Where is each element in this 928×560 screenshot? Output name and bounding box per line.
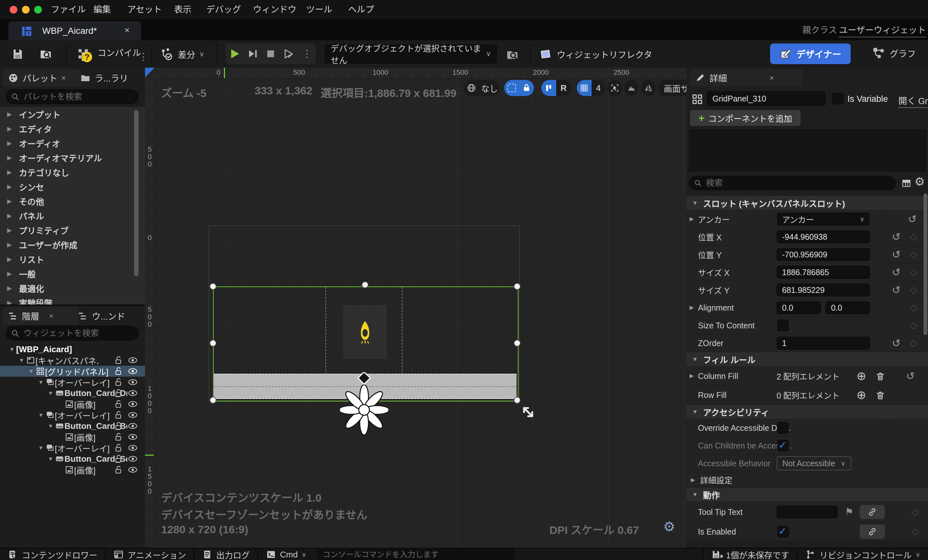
resize-handle-top-left[interactable]	[210, 283, 217, 290]
anchor-diamond[interactable]	[358, 372, 370, 384]
add-component-button[interactable]: コンポーネントを追加	[690, 110, 800, 126]
reset-icon[interactable]	[892, 232, 901, 242]
is-variable-checkbox[interactable]	[832, 93, 844, 104]
lock-icon[interactable]	[113, 366, 123, 376]
tab-palette[interactable]: パレット	[3, 69, 81, 87]
grid-icon[interactable]	[577, 80, 592, 96]
reset-icon[interactable]	[908, 214, 917, 224]
tab-window[interactable]: ウ...ンド	[72, 307, 136, 325]
details-settings-gear-icon[interactable]	[914, 176, 925, 188]
preview-background-button[interactable]	[624, 80, 639, 96]
dpi-settings-gear-icon[interactable]	[663, 520, 675, 534]
lock-icon[interactable]	[113, 377, 123, 387]
visibility-eye-icon[interactable]	[128, 388, 138, 398]
bind-diamond-icon[interactable]	[910, 339, 917, 348]
parent-class-link[interactable]: ユーザーウィジェット	[839, 23, 926, 37]
lock-icon[interactable]	[113, 443, 123, 453]
section-advanced[interactable]: 詳細設定	[686, 472, 928, 487]
section-slot[interactable]: スロット (キャンバスパネルスロット)	[686, 196, 928, 211]
designer-mode-button[interactable]: デザイナー	[770, 44, 851, 64]
document-tab[interactable]: WBP_Aicard*	[8, 21, 141, 40]
console-command-input[interactable]	[322, 550, 509, 559]
children-accessible-checkbox[interactable]	[777, 440, 789, 452]
visibility-eye-icon[interactable]	[128, 410, 138, 420]
lock-icon[interactable]	[113, 432, 123, 442]
bind-diamond-icon[interactable]	[912, 527, 919, 536]
palette-category-experimental[interactable]: 実験段階	[0, 296, 145, 305]
compile-button[interactable]: コンパイル	[77, 46, 141, 62]
tab-close-icon[interactable]	[49, 312, 53, 320]
widget-reflector-button[interactable]: ウィジェットリフレクタ	[539, 47, 652, 61]
content-drawer-button[interactable]: コンテンツドロワー	[0, 548, 105, 560]
tree-row-image-1[interactable]: [画像]	[0, 398, 145, 409]
bind-diamond-icon[interactable]	[910, 232, 917, 241]
designer-viewport[interactable]: 0 500 1000 1500 2000 2500 500 0 500 1000…	[145, 68, 686, 548]
bind-button[interactable]	[860, 525, 885, 539]
resize-handle-top-right[interactable]	[514, 283, 521, 290]
tree-row-overlay-2[interactable]: [オーバーレイ]	[0, 409, 145, 421]
resize-arrow-icon[interactable]	[520, 404, 536, 420]
flag-icon[interactable]	[845, 507, 853, 517]
tree-row-overlay-3[interactable]: [オーバーレイ]	[0, 443, 145, 453]
tab-details[interactable]: 詳細	[690, 69, 803, 87]
lock-icon[interactable]	[113, 421, 123, 431]
window-close-button[interactable]	[10, 6, 17, 14]
alignment-icon[interactable]	[541, 80, 556, 96]
palette-category-uncategorized[interactable]: カテゴリなし	[0, 165, 145, 180]
palette-category-audio[interactable]: オーディオ	[0, 136, 145, 151]
palette-scrollbar[interactable]	[134, 110, 139, 276]
hierarchy-search[interactable]	[6, 326, 139, 340]
tree-row-button-card-settings[interactable]: Button_Card_Se	[0, 453, 145, 464]
palette-category-misc[interactable]: その他	[0, 194, 145, 209]
visibility-eye-icon[interactable]	[128, 454, 138, 464]
menu-window[interactable]: ウィンドウ	[253, 0, 296, 19]
menu-asset[interactable]: アセット	[127, 0, 162, 19]
window-minimize-button[interactable]	[22, 6, 30, 14]
visibility-eye-icon[interactable]	[128, 366, 138, 376]
bind-diamond-icon[interactable]	[910, 303, 917, 312]
menu-view[interactable]: 表示	[174, 0, 191, 19]
palette-category-primitive[interactable]: プリミティブ	[0, 223, 145, 238]
graph-mode-button[interactable]: グラフ	[872, 46, 916, 60]
marquee-select-icon[interactable]	[504, 80, 519, 96]
reset-icon[interactable]	[892, 249, 901, 260]
tree-row-image-2[interactable]: [画像]	[0, 432, 145, 443]
reset-icon[interactable]	[906, 371, 915, 381]
save-icon[interactable]	[12, 48, 24, 60]
reset-icon[interactable]	[892, 338, 901, 348]
bind-diamond-icon[interactable]	[910, 285, 917, 294]
cmd-dropdown[interactable]: Cmd	[258, 548, 314, 560]
palette-category-audio-material[interactable]: オーディオマテリアル	[0, 151, 145, 165]
tab-close-icon[interactable]	[769, 74, 774, 82]
palette-category-input[interactable]: インプット	[0, 107, 145, 122]
expand-icon[interactable]	[690, 373, 694, 378]
open-grid-link[interactable]: 開く Gri	[898, 94, 928, 108]
tree-row-button-card-draw[interactable]: Button_Card_Dra	[0, 388, 145, 398]
lock-icon[interactable]	[113, 465, 123, 475]
expand-icon[interactable]	[690, 216, 694, 222]
menu-tools[interactable]: ツール	[306, 0, 332, 19]
tree-row-overlay-1[interactable]: [オーバーレイ]	[0, 377, 145, 388]
anchor-dropdown[interactable]: アンカー	[777, 212, 870, 226]
selection-lock-toggle[interactable]	[504, 80, 534, 96]
lock-icon[interactable]	[113, 356, 123, 365]
debug-object-dropdown[interactable]: デバッグオブジェクトが選択されていません	[324, 44, 498, 64]
browse-to-asset-icon[interactable]	[39, 48, 52, 60]
visibility-eye-icon[interactable]	[128, 465, 138, 475]
size-x-field[interactable]	[777, 266, 870, 279]
palette-category-editor[interactable]: エディタ	[0, 122, 145, 136]
tooltip-field[interactable]	[777, 505, 838, 519]
expand-icon[interactable]	[690, 305, 694, 310]
stop-button[interactable]	[262, 44, 280, 64]
size-y-field[interactable]	[777, 284, 870, 296]
palette-search[interactable]	[6, 89, 139, 104]
animation-button[interactable]: アニメーション	[106, 548, 194, 560]
size-to-content-checkbox[interactable]	[777, 320, 789, 331]
resize-handle-mid-right[interactable]	[514, 340, 521, 347]
menu-help[interactable]: ヘルプ	[348, 0, 374, 19]
bind-diamond-icon[interactable]	[910, 268, 917, 277]
tab-close-icon[interactable]	[61, 74, 66, 82]
menu-file[interactable]: ファイル	[51, 0, 86, 19]
palette-category-panel[interactable]: パネル	[0, 209, 145, 223]
play-options-button[interactable]	[298, 44, 316, 64]
